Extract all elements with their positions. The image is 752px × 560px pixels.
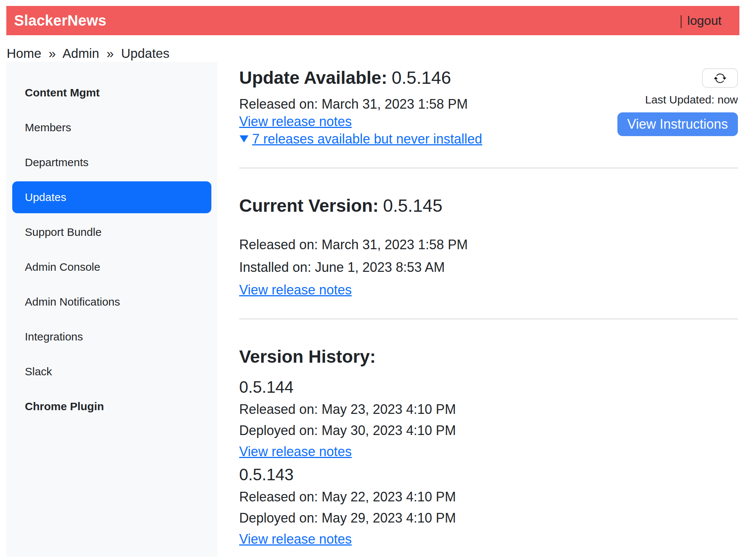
history-deployed-on: Deployed on: May 30, 2023 4:10 PM xyxy=(239,422,738,439)
version-history-entry: 0.5.144 Released on: May 23, 2023 4:10 P… xyxy=(239,377,738,460)
logout-link[interactable]: logout xyxy=(687,13,722,28)
sidebar-item-integrations[interactable]: Integrations xyxy=(12,321,211,353)
current-release-notes-link[interactable]: View release notes xyxy=(239,282,352,297)
history-released-on: Released on: May 22, 2023 4:10 PM xyxy=(239,488,738,505)
caret-down-icon xyxy=(239,135,249,142)
sidebar-item-departments[interactable]: Departments xyxy=(12,146,211,178)
breadcrumb-admin[interactable]: Admin xyxy=(62,46,99,60)
breadcrumb: Home » Admin » Updates xyxy=(7,45,739,62)
current-version-section: Current Version:0.5.145 Released on: Mar… xyxy=(239,195,738,299)
sidebar-item-chrome-plugin[interactable]: Chrome Plugin xyxy=(12,391,211,422)
main-content: Update Available:0.5.146 Released on: Ma… xyxy=(217,62,738,552)
current-version-label: Current Version: xyxy=(239,196,379,215)
update-available-title: Update Available:0.5.146 xyxy=(239,67,482,89)
sidebar-item-admin-console[interactable]: Admin Console xyxy=(12,251,211,283)
sidebar-item-members[interactable]: Members xyxy=(12,112,211,144)
sidebar-item-updates[interactable]: Updates xyxy=(12,181,211,213)
breadcrumb-separator: » xyxy=(49,46,56,60)
top-bar: SlackerNews | logout xyxy=(6,6,739,35)
section-divider xyxy=(239,319,738,319)
history-released-on: Released on: May 23, 2023 4:10 PM xyxy=(239,401,738,418)
update-release-notes-link[interactable]: View release notes xyxy=(239,114,352,129)
history-deployed-on: Deployed on: May 29, 2023 4:10 PM xyxy=(239,509,738,527)
update-actions: Last Updated: now View Instructions xyxy=(617,67,738,136)
arrow-repeat-icon xyxy=(714,72,726,85)
refresh-button[interactable] xyxy=(702,68,738,88)
update-released-on: Released on: March 31, 2023 1:58 PM xyxy=(239,95,482,113)
version-history-section: Version History: 0.5.144 Released on: Ma… xyxy=(239,346,738,548)
update-available-label: Update Available: xyxy=(239,68,387,88)
section-divider xyxy=(239,168,738,168)
update-available-info: Update Available:0.5.146 Released on: Ma… xyxy=(239,67,482,148)
history-version-number: 0.5.144 xyxy=(239,377,738,397)
breadcrumb-current-updates: Updates xyxy=(121,46,169,60)
update-available-section: Update Available:0.5.146 Released on: Ma… xyxy=(239,67,738,148)
current-version-title: Current Version:0.5.145 xyxy=(239,195,738,217)
current-version-value: 0.5.145 xyxy=(383,196,442,215)
view-instructions-button[interactable]: View Instructions xyxy=(617,112,738,136)
sidebar-item-admin-notifications[interactable]: Admin Notifications xyxy=(12,286,211,318)
brand-logo[interactable]: SlackerNews xyxy=(14,12,106,29)
never-installed-releases-link[interactable]: 7 releases available but never installed xyxy=(252,130,482,148)
version-history-entry: 0.5.143 Released on: May 22, 2023 4:10 P… xyxy=(239,465,738,548)
logout-area: | logout xyxy=(679,13,722,29)
sidebar-item-slack[interactable]: Slack xyxy=(12,356,211,388)
breadcrumb-separator: » xyxy=(106,46,113,60)
history-release-notes-link[interactable]: View release notes xyxy=(239,531,352,547)
content-layout: Content Mgmt Members Departments Updates… xyxy=(6,62,738,557)
history-release-notes-link[interactable]: View release notes xyxy=(239,444,352,459)
current-released-on: Released on: March 31, 2023 1:58 PM xyxy=(239,236,738,253)
update-available-version: 0.5.146 xyxy=(392,68,451,88)
current-installed-on: Installed on: June 1, 2023 8:53 AM xyxy=(239,258,738,276)
sidebar-item-support-bundle[interactable]: Support Bundle xyxy=(12,216,211,248)
admin-sidebar: Content Mgmt Members Departments Updates… xyxy=(6,62,217,557)
sidebar-item-content-mgmt[interactable]: Content Mgmt xyxy=(12,77,211,109)
logout-separator: | xyxy=(679,13,683,29)
breadcrumb-home[interactable]: Home xyxy=(7,46,41,60)
history-version-number: 0.5.143 xyxy=(239,465,738,484)
last-updated-text: Last Updated: now xyxy=(645,93,738,107)
version-history-title: Version History: xyxy=(239,346,738,368)
